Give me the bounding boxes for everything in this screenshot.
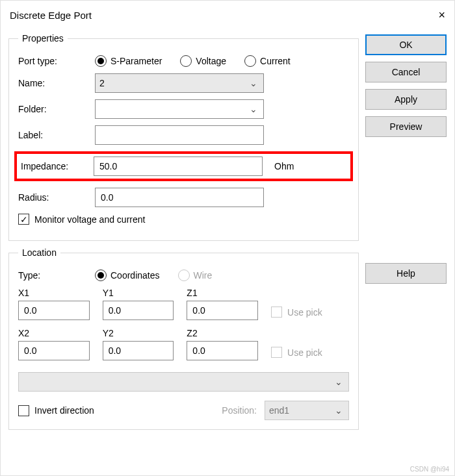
- invert-label: Invert direction: [34, 405, 94, 416]
- y1-input[interactable]: [103, 301, 174, 320]
- loc-type-label: Type:: [18, 270, 90, 281]
- y2-input[interactable]: [103, 341, 174, 360]
- chevron-down-icon: ⌄: [333, 405, 344, 416]
- impedance-field[interactable]: [98, 160, 258, 172]
- window-title: Discrete Edge Port: [10, 10, 92, 21]
- radius-input[interactable]: [95, 188, 264, 207]
- use-pick-1: Use pick: [271, 307, 322, 318]
- name-value: 2: [99, 78, 105, 88]
- radio-icon: [244, 55, 256, 67]
- port-type-label: Port type:: [18, 56, 90, 66]
- ok-button[interactable]: OK: [365, 34, 447, 55]
- checkbox-icon: ✓: [18, 214, 29, 225]
- label-field[interactable]: [99, 129, 259, 141]
- y1-label: Y1: [103, 288, 174, 298]
- position-value: end1: [269, 405, 289, 416]
- chevron-down-icon: ⌄: [333, 377, 344, 387]
- radio-wire: Wire: [178, 269, 213, 281]
- cancel-button[interactable]: Cancel: [365, 62, 447, 82]
- x1-field[interactable]: [23, 305, 85, 316]
- z2-label: Z2: [187, 328, 258, 338]
- location-group: Location Type: Coordinates Wire: [8, 247, 359, 430]
- z1-field[interactable]: [191, 305, 254, 316]
- properties-group: Properties Port type: S-Parameter Voltag…: [8, 33, 359, 241]
- chevron-down-icon: ⌄: [248, 78, 259, 88]
- loc-type-radios: Coordinates Wire: [95, 269, 212, 281]
- name-combo[interactable]: 2 ⌄: [95, 73, 264, 93]
- y1-field[interactable]: [107, 305, 170, 316]
- folder-label: Folder:: [18, 104, 90, 114]
- radio-voltage[interactable]: Voltage: [180, 55, 226, 67]
- checkbox-icon: [271, 307, 282, 318]
- use-pick-2: Use pick: [271, 347, 322, 358]
- impedance-unit: Ohm: [274, 161, 294, 171]
- monitor-checkbox[interactable]: ✓ Monitor voltage and current: [18, 214, 145, 225]
- impedance-input[interactable]: [94, 157, 263, 176]
- folder-combo[interactable]: ⌄: [95, 99, 264, 119]
- dialog-window: Discrete Edge Port × Properties Port typ…: [0, 0, 455, 476]
- help-button[interactable]: Help: [365, 263, 447, 284]
- name-label: Name:: [18, 78, 90, 88]
- apply-button[interactable]: Apply: [365, 89, 447, 110]
- radio-icon: [180, 55, 192, 67]
- radio-icon: [178, 269, 190, 281]
- z1-label: Z1: [187, 288, 258, 298]
- y2-field[interactable]: [107, 345, 170, 357]
- x1-input[interactable]: [18, 301, 90, 320]
- label-input[interactable]: [95, 125, 264, 145]
- radio-icon: [95, 55, 107, 67]
- radius-label: Radius:: [18, 192, 90, 203]
- radio-icon: [95, 269, 107, 281]
- button-column: OK Cancel Apply Preview Help: [365, 27, 447, 430]
- x2-input[interactable]: [18, 341, 90, 360]
- wire-combo: ⌄: [18, 372, 349, 392]
- invert-direction-checkbox[interactable]: Invert direction: [18, 405, 94, 416]
- watermark: CSDN @hi94: [410, 466, 449, 473]
- port-type-radios: S-Parameter Voltage Current: [95, 55, 291, 67]
- y2-label: Y2: [103, 328, 174, 338]
- impedance-label: Impedance:: [21, 161, 88, 171]
- radio-coordinates[interactable]: Coordinates: [95, 269, 160, 281]
- radio-sparameter[interactable]: S-Parameter: [95, 55, 162, 67]
- x2-field[interactable]: [23, 345, 85, 357]
- impedance-highlight: Impedance: Ohm: [14, 151, 353, 181]
- titlebar: Discrete Edge Port ×: [1, 1, 454, 27]
- x1-label: X1: [18, 288, 90, 298]
- preview-button[interactable]: Preview: [365, 116, 447, 137]
- radio-current[interactable]: Current: [244, 55, 291, 67]
- position-label: Position:: [222, 405, 257, 416]
- z2-input[interactable]: [187, 341, 258, 360]
- z2-field[interactable]: [191, 345, 254, 357]
- close-icon[interactable]: ×: [419, 8, 445, 22]
- properties-legend: Properties: [18, 33, 68, 44]
- label-label: Label:: [18, 130, 90, 140]
- position-combo: end1 ⌄: [265, 401, 349, 420]
- chevron-down-icon: ⌄: [248, 104, 259, 114]
- monitor-label: Monitor voltage and current: [34, 214, 145, 225]
- x2-label: X2: [18, 328, 90, 338]
- checkbox-icon: [18, 405, 29, 416]
- location-legend: Location: [18, 247, 60, 258]
- radius-field[interactable]: [99, 192, 259, 203]
- z1-input[interactable]: [187, 301, 258, 320]
- checkbox-icon: [271, 347, 282, 358]
